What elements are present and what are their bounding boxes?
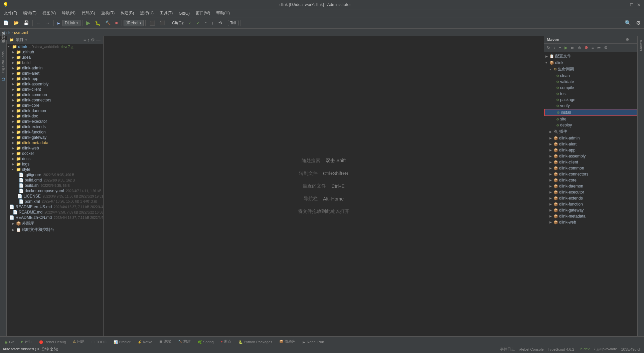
maven-list-btn[interactable]: ≡: [590, 45, 595, 51]
tree-item-scratch[interactable]: ▶ 📋 临时文件和控制台: [7, 227, 103, 233]
maven-mod-metadata[interactable]: ▶ 📦 dlink-metadata: [544, 213, 637, 219]
tree-item-dlink-client[interactable]: ▶ 📁 dlink-client: [7, 87, 103, 92]
tree-item-dlink-assembly[interactable]: ▶ 📁 dlink-assembly: [7, 81, 103, 87]
btab-python-packages[interactable]: 🐍 Python Packages: [235, 339, 276, 345]
menu-item-n[interactable]: 导航(N): [59, 10, 78, 17]
stop-btn3[interactable]: ⬛: [158, 20, 167, 26]
maven-deploy[interactable]: ⚙ deploy: [544, 122, 637, 128]
maven-mod-executor[interactable]: ▶ 📦 dlink-executor: [544, 189, 637, 195]
maven-plugins[interactable]: ▶ 🔌 插件: [544, 128, 637, 135]
tree-item-style[interactable]: ▾ 📁 style: [7, 167, 103, 172]
branch-name[interactable]: dev: [584, 347, 590, 351]
menu-item-c[interactable]: 代码(C): [79, 10, 98, 17]
maven-mod-web[interactable]: ▶ 📦 dlink-web: [544, 219, 637, 225]
maven-lifecycle[interactable]: ▾ ⚙ 生命周期: [544, 66, 637, 73]
lvtab-bigdata[interactable]: Big Data Tools: [0, 48, 6, 76]
git-check1[interactable]: ✓: [186, 20, 194, 26]
tree-item-buildsh[interactable]: 📄 build.sh 2022/3/9 9:35, 55 B: [7, 183, 103, 188]
tree-item-dlink-function[interactable]: ▶ 📁 dlink-function: [7, 129, 103, 135]
tree-item-license[interactable]: 📄 LICENSE 2022/3/9 9:35, 11.56 kB 2022/3…: [7, 194, 103, 199]
maven-m-btn[interactable]: m: [570, 45, 576, 51]
open-button[interactable]: 📂: [11, 20, 21, 26]
maven-settings2-btn[interactable]: ⚙: [603, 45, 609, 51]
btab-deps[interactable]: 📦 依赖库: [276, 338, 299, 345]
maven-validate[interactable]: ⚙ validate: [544, 79, 637, 85]
git-revert[interactable]: ⟲: [216, 20, 224, 26]
tree-item-dlink-extends[interactable]: ▶ 📁 dlink-extends: [7, 124, 103, 129]
btab-spring[interactable]: 🌿 Spring: [194, 339, 217, 345]
maven-mod-connectors[interactable]: ▶ 📦 dlink-connectors: [544, 171, 637, 177]
lvtab-d[interactable]: D: [0, 76, 7, 82]
maven-mod-common[interactable]: ▶ 📦 dlink-common: [544, 165, 637, 171]
maven-config-files[interactable]: ▶ 📋 配置文件: [544, 53, 637, 60]
tree-item-github[interactable]: ▶ 📁 .github: [7, 49, 103, 55]
menu-item-t[interactable]: 工具(T): [157, 10, 175, 17]
build-button[interactable]: 🔨: [103, 20, 113, 26]
tree-item-dlink-common[interactable]: ▶ 📁 dlink-common: [7, 92, 103, 97]
maximize-button[interactable]: □: [629, 2, 634, 7]
tree-item-docs[interactable]: ▶ 📁 docs: [7, 156, 103, 161]
back-button[interactable]: ←: [34, 20, 43, 26]
btab-kafka[interactable]: ⚡ Kafka: [134, 339, 156, 345]
status-changes[interactable]: 7 △/up-to-date: [594, 347, 617, 351]
maven-mod-daemon[interactable]: ▶ 📦 dlink-daemon: [544, 183, 637, 189]
save-button[interactable]: 💾: [21, 20, 31, 26]
stop-btn2[interactable]: ⬛: [147, 20, 157, 26]
maven-toggle-btn[interactable]: ⚙: [583, 45, 590, 51]
tree-item-readmezhCN[interactable]: 📄 README.zh-CN.md 2022/4/4 15:37, 7.11 k…: [7, 215, 103, 220]
btab-rebel-debug[interactable]: 🔴 Rebel Debug: [36, 339, 69, 345]
lvtab-favorites[interactable]: 收藏夹: [0, 44, 7, 48]
maven-verify[interactable]: ⚙ verify: [544, 103, 637, 109]
lvtab-structure[interactable]: 结构: [0, 40, 7, 44]
tree-header-arrow[interactable]: ▾: [25, 38, 27, 42]
tree-btn-3[interactable]: ⚙: [91, 37, 95, 42]
settings-button[interactable]: ⚙: [634, 19, 643, 27]
tree-item-dlink-admin[interactable]: ▶ 📁 dlink-admin: [7, 65, 103, 71]
menu-item-e[interactable]: 编辑(E): [20, 10, 39, 17]
jrebel-dropdown[interactable]: JRebel ▾: [124, 20, 144, 26]
btab-build[interactable]: 🔨 构建: [175, 338, 194, 345]
maven-mod-function[interactable]: ▶ 📦 dlink-function: [544, 201, 637, 207]
menu-item-v[interactable]: 视图(V): [40, 10, 58, 17]
maven-package[interactable]: ⚙ package: [544, 97, 637, 103]
maven-goal-btn[interactable]: ⊕: [577, 45, 583, 51]
run-config-dropdown[interactable]: DLink ▾: [62, 20, 80, 26]
tree-btn-4[interactable]: —: [96, 37, 101, 42]
maven-mod-gateway[interactable]: ▶ 📦 dlink-gateway: [544, 207, 637, 213]
maven-mod-assembly[interactable]: ▶ 📦 dlink-assembly: [544, 153, 637, 159]
menu-item-h[interactable]: 帮助(H): [213, 10, 232, 17]
menu-item-u[interactable]: 运行(U): [137, 10, 156, 17]
tree-item-readmeenUS[interactable]: 📄 README.en-US.md 2022/4/4 15:37, 7.11 k…: [7, 204, 103, 210]
tree-item-dockercompose[interactable]: 📄 docker-compose.yaml 2022/4/7 14:11, 1.…: [7, 188, 103, 194]
tree-item-dlink-alert[interactable]: ▶ 📁 dlink-alert: [7, 71, 103, 76]
tree-item-build[interactable]: ▶ 📁 build: [7, 60, 103, 65]
btab-problems[interactable]: ⚠ 问题: [69, 338, 88, 345]
maven-install[interactable]: ⚙ install: [544, 109, 637, 116]
maven-download-btn[interactable]: ↓: [552, 45, 557, 51]
maven-mod-admin[interactable]: ▶ 📦 dlink-admin: [544, 135, 637, 141]
menu-item-w[interactable]: 窗口(W): [193, 10, 213, 17]
tree-item-pomxml[interactable]: 📄 pom.xml 2022/4/7 18:26, 15.06 kB 1 小时 …: [7, 199, 103, 204]
maven-mod-client[interactable]: ▶ 📦 dlink-client: [544, 159, 637, 165]
tree-root[interactable]: ▾ 📁 dlink – D:\idea_work\dlink dev/ 7 △: [7, 44, 103, 49]
maven-tree-btn[interactable]: ⇌: [596, 45, 602, 51]
git-check2[interactable]: ✓: [194, 20, 202, 26]
btab-git[interactable]: ◉ Git: [1, 339, 17, 345]
close-button[interactable]: ✕: [637, 2, 641, 7]
btab-terminal[interactable]: ▣ 终端: [156, 338, 174, 345]
forward-button[interactable]: →: [43, 20, 52, 26]
maven-test[interactable]: ⚙ test: [544, 91, 637, 97]
minimize-button[interactable]: ─: [622, 2, 627, 7]
tree-item-logs[interactable]: ▶ 📁 logs: [7, 161, 103, 167]
maven-clean[interactable]: ⚙ clean: [544, 73, 637, 79]
debug-button[interactable]: 🐛: [93, 20, 103, 26]
tree-item-dlink-doc[interactable]: ▶ 📁 dlink-doc: [7, 113, 103, 119]
tree-item-idea[interactable]: ▶ 📁 .idea: [7, 55, 103, 60]
tree-item-dlink-app[interactable]: ▶ 📁 dlink-app: [7, 76, 103, 81]
tree-item-readmemd[interactable]: 📄 README.md 2022/4/4 9:50, 7.09 kB 2022/…: [7, 210, 103, 215]
breadcrumb-item2[interactable]: pom.xml: [14, 30, 28, 34]
maven-mod-app[interactable]: ▶ 📦 dlink-app: [544, 147, 637, 153]
git-down[interactable]: ↓: [209, 20, 216, 26]
maven-minimize-btn[interactable]: —: [631, 37, 635, 42]
tail-button[interactable]: Tail: [228, 20, 238, 26]
